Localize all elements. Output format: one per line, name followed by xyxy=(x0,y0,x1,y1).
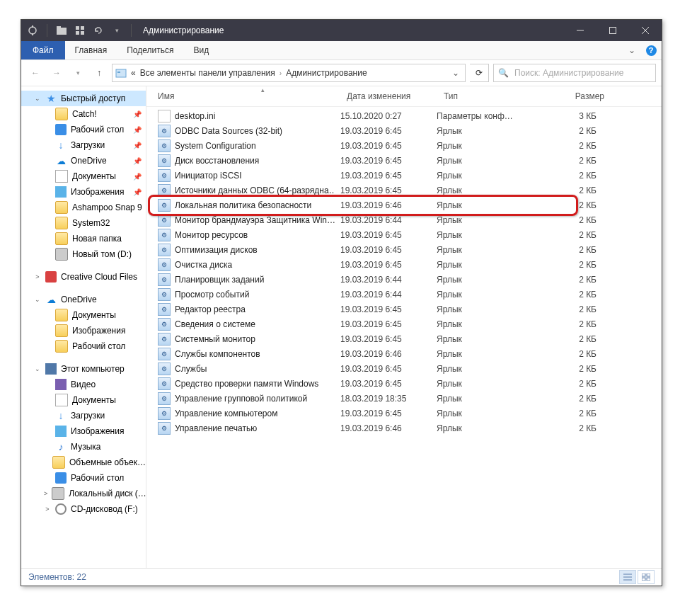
qat-view-icon[interactable] xyxy=(74,25,86,36)
breadcrumb-1[interactable]: Все элементы панели управления xyxy=(140,68,275,78)
file-row[interactable]: ⚙Очистка диска19.03.2019 6:45Ярлык2 КБ xyxy=(146,257,662,272)
help-button[interactable]: ? xyxy=(640,41,662,59)
file-row[interactable]: ⚙Службы компонентов19.03.2019 6:46Ярлык2… xyxy=(146,346,662,361)
tree-expand-icon[interactable]: ⌄ xyxy=(34,365,41,372)
shortcut-icon: ⚙ xyxy=(158,258,171,271)
file-row[interactable]: ⚙Монитор ресурсов19.03.2019 6:45Ярлык2 К… xyxy=(146,227,662,242)
sidebar-item[interactable]: Изображения xyxy=(21,423,146,439)
sidebar-item[interactable]: ⌄Этот компьютер xyxy=(21,361,146,377)
tree-expand-icon[interactable]: > xyxy=(44,506,51,513)
sidebar-item[interactable]: Документы xyxy=(21,392,146,408)
nav-recent-dropdown[interactable]: ▾ xyxy=(69,64,86,81)
svg-rect-21 xyxy=(647,578,650,581)
shortcut-icon: ⚙ xyxy=(158,348,171,360)
file-row[interactable]: ⚙Локальная политика безопасности19.03.20… xyxy=(146,198,662,212)
file-name: Инициатор iSCSI xyxy=(175,171,242,181)
file-name: Планировщик заданий xyxy=(175,275,264,285)
file-row[interactable]: ⚙Планировщик заданий19.03.2019 6:44Ярлык… xyxy=(146,272,662,287)
search-input[interactable] xyxy=(513,67,651,79)
sidebar-item[interactable]: System32 xyxy=(21,215,146,231)
file-row[interactable]: ⚙Редактор реестра19.03.2019 6:45Ярлык2 К… xyxy=(146,302,662,316)
address-bar[interactable]: « Все элементы панели управления › Админ… xyxy=(112,64,466,82)
svg-rect-10 xyxy=(610,28,616,34)
address-dropdown-icon[interactable]: ⌄ xyxy=(449,68,462,78)
sidebar-item[interactable]: Объемные объек… xyxy=(21,455,146,470)
view-large-icons-button[interactable] xyxy=(638,570,655,584)
file-row[interactable]: ⚙Монитор брандмауэра Защитника Win…19.03… xyxy=(146,212,662,227)
sidebar-item[interactable]: ↓Загрузки📌 xyxy=(21,137,146,153)
tab-home[interactable]: Главная xyxy=(65,41,117,59)
breadcrumb-2[interactable]: Администрирование xyxy=(286,68,367,78)
tree-expand-icon[interactable]: ⌄ xyxy=(34,296,41,303)
tab-share[interactable]: Поделиться xyxy=(117,41,183,59)
tab-file[interactable]: Файл xyxy=(21,41,65,59)
file-size: 2 КБ xyxy=(533,215,602,225)
sidebar-item[interactable]: Документы📌 xyxy=(21,169,146,184)
file-row[interactable]: ⚙Источники данных ODBC (64-разрядна…19.0… xyxy=(146,183,662,198)
sidebar-item[interactable]: Рабочий стол📌 xyxy=(21,122,146,137)
file-row[interactable]: ⚙Службы19.03.2019 6:45Ярлык2 КБ xyxy=(146,361,662,376)
doc-icon xyxy=(55,170,68,183)
column-date[interactable]: Дата изменения xyxy=(341,86,438,106)
file-row[interactable]: ⚙System Configuration19.03.2019 6:45Ярлы… xyxy=(146,138,662,153)
column-size[interactable]: Размер xyxy=(541,86,611,106)
ribbon-expand-icon[interactable]: ⌄ xyxy=(623,41,640,59)
qat-dropdown-icon[interactable]: ▾ xyxy=(111,25,122,36)
sidebar-item[interactable]: Новая папка xyxy=(21,231,146,246)
sidebar-item[interactable]: ♪Музыка xyxy=(21,439,146,455)
column-name[interactable]: Имя xyxy=(152,86,341,106)
file-list[interactable]: desktop.ini15.10.2020 0:27Параметры конф… xyxy=(146,107,662,568)
sidebar-item[interactable]: >Локальный диск (… xyxy=(21,486,146,501)
minimize-button[interactable] xyxy=(564,20,597,41)
qat-new-folder-icon[interactable] xyxy=(56,25,67,36)
tree-expand-icon[interactable]: > xyxy=(44,490,47,497)
maximize-button[interactable] xyxy=(597,20,629,41)
file-row[interactable]: ⚙Управление групповой политикой18.03.201… xyxy=(146,391,662,406)
sidebar-tree[interactable]: ⌄★Быстрый доступCatch!📌Рабочий стол📌↓Заг… xyxy=(21,86,146,568)
sidebar-item[interactable]: Catch!📌 xyxy=(21,106,146,122)
file-row[interactable]: ⚙Управление компьютером19.03.2019 6:45Яр… xyxy=(146,406,662,421)
file-row[interactable]: ⚙Сведения о системе19.03.2019 6:45Ярлык2… xyxy=(146,316,662,331)
column-type[interactable]: Тип xyxy=(438,86,541,106)
sidebar-item[interactable]: Рабочий стол xyxy=(21,470,146,486)
close-button[interactable] xyxy=(629,20,662,41)
file-row[interactable]: ⚙Просмотр событий19.03.2019 6:44Ярлык2 К… xyxy=(146,287,662,302)
tree-expand-icon[interactable]: > xyxy=(34,273,41,280)
qat-properties-icon[interactable] xyxy=(27,25,38,36)
sidebar-item[interactable]: Новый том (D:) xyxy=(21,246,146,262)
file-row[interactable]: ⚙ODBC Data Sources (32-bit)19.03.2019 6:… xyxy=(146,123,662,138)
sidebar-item[interactable]: Рабочий стол xyxy=(21,338,146,354)
sidebar-item[interactable]: ↓Загрузки xyxy=(21,408,146,423)
file-row[interactable]: ⚙Оптимизация дисков19.03.2019 6:45Ярлык2… xyxy=(146,242,662,257)
sidebar-item[interactable]: Изображения xyxy=(21,323,146,338)
file-row[interactable]: desktop.ini15.10.2020 0:27Параметры конф… xyxy=(146,108,662,123)
tab-view[interactable]: Вид xyxy=(183,41,219,59)
file-row[interactable]: ⚙Управление печатью19.03.2019 6:46Ярлык2… xyxy=(146,421,662,435)
file-row[interactable]: ⚙Средство проверки памяти Windows19.03.2… xyxy=(146,376,662,391)
file-row[interactable]: ⚙Системный монитор19.03.2019 6:45Ярлык2 … xyxy=(146,331,662,346)
window-title: Администрирование xyxy=(139,25,224,35)
nav-forward-button[interactable]: → xyxy=(48,64,65,81)
file-name: Управление групповой политикой xyxy=(175,394,307,404)
sidebar-item[interactable]: Видео xyxy=(21,377,146,392)
sidebar-item[interactable]: Документы xyxy=(21,307,146,323)
sidebar-item[interactable]: >CD-дисковод (F:) xyxy=(21,501,146,517)
view-details-button[interactable] xyxy=(619,570,636,584)
file-row[interactable]: ⚙Диск восстановления19.03.2019 6:45Ярлык… xyxy=(146,153,662,168)
refresh-button[interactable]: ⟳ xyxy=(470,64,489,82)
sidebar-item[interactable]: ⌄☁OneDrive xyxy=(21,292,146,307)
nav-back-button[interactable]: ← xyxy=(27,64,44,81)
sidebar-item[interactable]: >Creative Cloud Files xyxy=(21,269,146,285)
nav-up-button[interactable]: ↑ xyxy=(91,64,108,81)
qat-undo-icon[interactable] xyxy=(93,25,104,36)
sidebar-item[interactable]: Изображения📌 xyxy=(21,184,146,200)
sidebar-item[interactable]: Ashampoo Snap 9 xyxy=(21,200,146,215)
status-bar: Элементов: 22 xyxy=(21,568,662,586)
sidebar-item[interactable]: ☁OneDrive📌 xyxy=(21,153,146,169)
file-date: 19.03.2019 6:45 xyxy=(335,245,431,255)
sidebar-item[interactable]: ⌄★Быстрый доступ xyxy=(21,91,146,106)
tree-expand-icon[interactable]: ⌄ xyxy=(34,95,41,102)
file-row[interactable]: ⚙Инициатор iSCSI19.03.2019 6:45Ярлык2 КБ xyxy=(146,168,662,183)
chevron-right-icon[interactable]: › xyxy=(280,69,282,77)
search-box[interactable]: 🔍 xyxy=(493,64,656,82)
